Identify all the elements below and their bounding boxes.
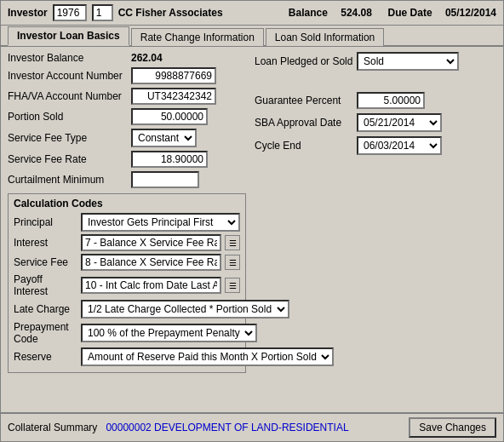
reserve-row: Reserve Amount of Reserve Paid this Mont… (14, 347, 240, 366)
calc-codes-title: Calculation Codes (14, 198, 240, 210)
fha-input[interactable] (131, 88, 216, 105)
guarantee-percent-label: Guarantee Percent (255, 95, 357, 106)
cycle-end-row: Cycle End 06/03/2014 (255, 136, 496, 155)
service-fee-input[interactable] (81, 254, 221, 271)
prepayment-label: Prepayment Code (14, 321, 77, 345)
interest-row: Interest ☰ (14, 234, 240, 251)
prepayment-row: Prepayment Code 100 % of the Prepayment … (14, 321, 240, 345)
prepayment-select[interactable]: 100 % of the Prepayment Penalty (81, 324, 257, 342)
investor-name: CC Fisher Associates (118, 7, 284, 19)
curtailment-input[interactable] (131, 171, 199, 188)
investor-balance-label: Investor Balance (8, 52, 131, 64)
service-fee-calc-label: Service Fee (14, 256, 77, 268)
investor-number-input[interactable] (53, 4, 87, 21)
save-changes-button[interactable]: Save Changes (409, 417, 496, 438)
loan-pledged-select[interactable]: Sold Pledged None (357, 52, 459, 71)
balance-label: Balance (289, 7, 328, 19)
payoff-interest-icon[interactable]: ☰ (225, 278, 240, 293)
balance-value: 524.08 (341, 7, 372, 19)
tab-loan-sold[interactable]: Loan Sold Information (266, 28, 384, 46)
portion-sold-label: Portion Sold (8, 111, 131, 123)
guarantee-percent-input[interactable] (357, 92, 425, 109)
late-charge-row: Late Charge 1/2 Late Charge Collected * … (14, 300, 240, 319)
cycle-end-select[interactable]: 06/03/2014 (357, 136, 442, 155)
reserve-label: Reserve (14, 351, 77, 363)
interest-label: Interest (14, 237, 77, 249)
interest-input[interactable] (81, 234, 221, 251)
tab-investor-loan-basics[interactable]: Investor Loan Basics (8, 26, 129, 46)
main-window: Investor CC Fisher Associates Balance 52… (0, 0, 504, 442)
collateral-label: Collateral Summary (8, 422, 97, 433)
due-date-label: Due Date (388, 7, 432, 19)
service-fee-type-label: Service Fee Type (8, 132, 131, 144)
service-fee-rate-input[interactable] (131, 151, 208, 168)
service-fee-rate-label: Service Fee Rate (8, 153, 131, 165)
investor-balance-value: 262.04 (131, 52, 163, 64)
payoff-interest-row: Payoff Interest ☰ (14, 273, 240, 297)
fha-label: FHA/VA Account Number (8, 90, 131, 102)
sba-approval-row: SBA Approval Date 05/21/2014 (255, 113, 496, 132)
curtailment-label: Curtailment Minimum (8, 174, 131, 186)
loan-pledged-row: Loan Pledged or Sold Sold Pledged None (255, 52, 496, 71)
calculation-codes-section: Calculation Codes Principal Investor Get… (8, 193, 246, 373)
header: Investor CC Fisher Associates Balance 52… (1, 1, 503, 26)
tab-rate-change[interactable]: Rate Change Information (131, 28, 264, 46)
investor-label: Investor (8, 7, 48, 19)
portion-sold-input[interactable] (131, 108, 208, 125)
content-area: Investor Balance 262.04 Investor Account… (1, 47, 503, 412)
payoff-interest-input[interactable] (81, 277, 221, 294)
guarantee-percent-row: Guarantee Percent (255, 92, 496, 109)
cycle-end-label: Cycle End (255, 140, 357, 152)
loan-pledged-label: Loan Pledged or Sold (255, 55, 357, 67)
curtailment-row: Curtailment Minimum (8, 171, 246, 188)
tab-bar: Investor Loan Basics Rate Change Informa… (1, 26, 503, 47)
investor-balance-row: Investor Balance 262.04 (8, 52, 246, 64)
interest-icon[interactable]: ☰ (225, 235, 240, 250)
due-date-value: 05/12/2014 (445, 7, 496, 19)
service-fee-row: Service Fee ☰ (14, 254, 240, 271)
service-fee-type-select[interactable]: Constant Variable (131, 129, 197, 147)
right-column: Loan Pledged or Sold Sold Pledged None G… (255, 52, 496, 407)
collateral-link[interactable]: 00000002 DEVELOPMENT OF LAND-RESIDENTIAL (106, 422, 348, 433)
account-number-input[interactable] (131, 67, 216, 84)
payoff-interest-label: Payoff Interest (14, 273, 77, 297)
account-number-label: Investor Account Number (8, 70, 131, 82)
bottom-bar: Collateral Summary 00000002 DEVELOPMENT … (1, 412, 503, 441)
late-charge-label: Late Charge (14, 303, 77, 315)
collateral-summary: Collateral Summary 00000002 DEVELOPMENT … (8, 422, 349, 433)
sba-approval-label: SBA Approval Date (255, 117, 357, 129)
investor-sub-input[interactable] (92, 4, 113, 21)
service-fee-icon[interactable]: ☰ (225, 255, 240, 270)
service-fee-type-row: Service Fee Type Constant Variable (8, 129, 246, 147)
fha-row: FHA/VA Account Number (8, 88, 246, 105)
principal-row: Principal Investor Gets Principal First … (14, 213, 240, 232)
principal-label: Principal (14, 216, 77, 228)
sba-approval-select[interactable]: 05/21/2014 (357, 113, 442, 132)
left-column: Investor Balance 262.04 Investor Account… (8, 52, 246, 407)
portion-sold-row: Portion Sold (8, 108, 246, 125)
service-fee-rate-row: Service Fee Rate (8, 151, 246, 168)
principal-select[interactable]: Investor Gets Principal First Pro Rata (81, 213, 240, 232)
account-number-row: Investor Account Number (8, 67, 246, 84)
